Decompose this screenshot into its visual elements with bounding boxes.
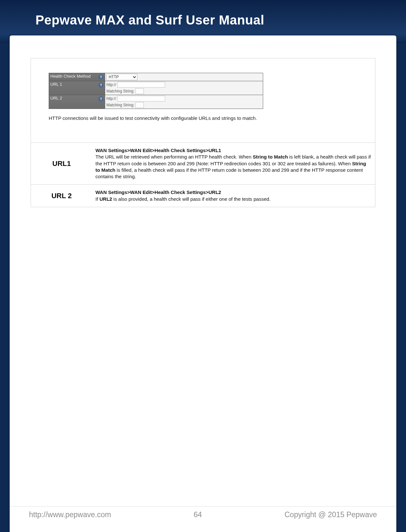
breadcrumb: WAN Settings>WAN Edit>Health Check Setti… — [95, 189, 221, 195]
term-url1: URL1 — [31, 143, 92, 185]
url2-prefix: http:// — [106, 96, 116, 101]
content-box: Health Check Method ? HTTP URL 1 ? — [31, 58, 375, 207]
definitions-table: URL1 WAN Settings>WAN Edit>Health Check … — [31, 142, 375, 207]
page-title: Pepwave MAX and Surf User Manual — [0, 0, 406, 27]
term-url2: URL 2 — [31, 185, 92, 207]
text: If — [95, 196, 100, 202]
label-text: URL 1 — [50, 82, 62, 87]
bold-text: URL2 — [100, 196, 112, 202]
label-health-check-method: Health Check Method ? — [49, 73, 105, 81]
footer-url: http://www.pepwave.com — [29, 510, 111, 519]
url2-matching-input[interactable] — [135, 102, 144, 108]
bold-text: String to Match — [253, 154, 288, 160]
help-icon[interactable]: ? — [98, 82, 104, 88]
page-footer: http://www.pepwave.com 64 Copyright @ 20… — [0, 506, 406, 529]
definition-row-url1: URL1 WAN Settings>WAN Edit>Health Check … — [31, 143, 375, 185]
health-check-config-table: Health Check Method ? HTTP URL 1 ? — [49, 73, 263, 109]
page-body: Health Check Method ? HTTP URL 1 ? — [10, 35, 396, 532]
desc-url2: WAN Settings>WAN Edit>Health Check Setti… — [92, 185, 375, 207]
desc-url1: WAN Settings>WAN Edit>Health Check Setti… — [92, 143, 375, 185]
text: The URL will be retrieved when performin… — [95, 154, 253, 160]
breadcrumb: WAN Settings>WAN Edit>Health Check Setti… — [95, 148, 221, 153]
config-row-url2: URL 2 ? http:// Matching String: — [49, 95, 263, 109]
label-url1: URL 1 ? — [49, 81, 105, 95]
health-check-method-select[interactable]: HTTP — [106, 74, 137, 80]
label-url2: URL 2 ? — [49, 95, 105, 109]
config-row-url1: URL 1 ? http:// Matching String: — [49, 81, 263, 95]
matching-string-label: Matching String: — [106, 103, 134, 107]
help-icon[interactable]: ? — [98, 96, 104, 102]
config-row-method: Health Check Method ? HTTP — [49, 73, 263, 81]
label-text: URL 2 — [50, 96, 62, 101]
url1-input[interactable] — [117, 82, 165, 88]
matching-string-label: Matching String: — [106, 89, 134, 93]
label-text: Health Check Method — [50, 74, 91, 79]
definition-row-url2: URL 2 WAN Settings>WAN Edit>Health Check… — [31, 185, 375, 207]
url1-prefix: http:// — [106, 82, 116, 87]
caption-text: HTTP connections will be issued to test … — [49, 115, 357, 136]
config-screenshot: Health Check Method ? HTTP URL 1 ? — [31, 58, 375, 142]
text: is also provided, a health check will pa… — [112, 196, 271, 202]
url2-input[interactable] — [117, 96, 165, 102]
page-number: 64 — [194, 510, 202, 519]
footer-copyright: Copyright @ 2015 Pepwave — [284, 510, 377, 519]
text: is filled, a health check will pass if t… — [95, 167, 363, 179]
url1-matching-input[interactable] — [135, 88, 144, 94]
help-icon[interactable]: ? — [98, 74, 104, 80]
